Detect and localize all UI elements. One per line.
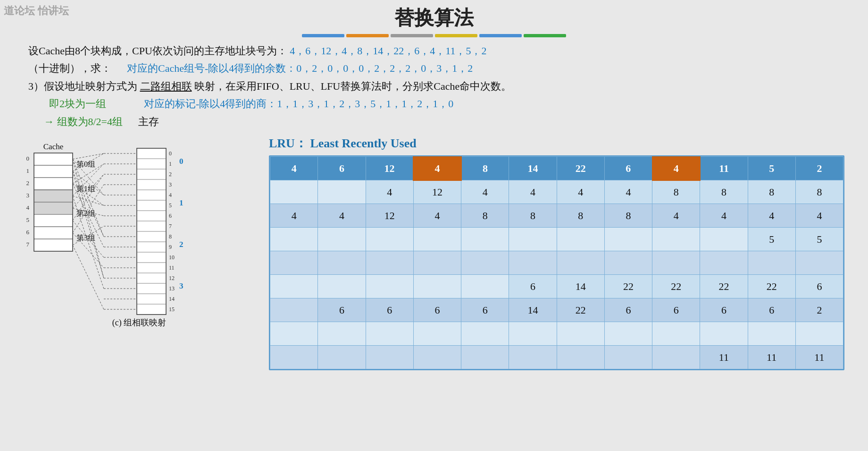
cell: 4: [318, 204, 366, 228]
svg-line-60: [73, 159, 104, 195]
table-row: [270, 251, 843, 275]
desc-line2-blue: 对应的Cache组号-除以4得到的余数：0，2，0，0，0，2，2，2，0，3，…: [127, 62, 473, 74]
cell: 2: [795, 298, 843, 322]
desc-line1-plain: 设Cache由8个块构成，CPU依次访问的主存地址块号为：: [28, 45, 290, 57]
svg-line-78: [73, 233, 104, 268]
table-row: 4 4 12 4 8 8 8 8 4 4 4 4: [270, 204, 843, 228]
svg-rect-22: [137, 148, 166, 315]
svg-text:0: 0: [26, 155, 30, 162]
cell: 6: [413, 298, 461, 322]
svg-line-59: [73, 153, 104, 171]
cell: [318, 251, 366, 275]
cell: [270, 322, 318, 346]
table-row: 6 14 22 22 22 22 6: [270, 275, 843, 298]
cell: 11: [700, 346, 748, 369]
cell: 6: [366, 298, 413, 322]
th-4h: 4: [413, 157, 461, 180]
th-6b: 6: [604, 157, 652, 180]
svg-line-74: [73, 208, 104, 216]
desc-line3-underline: 二路组相联: [140, 80, 192, 92]
cell: [795, 251, 843, 275]
svg-text:第0组: 第0组: [76, 160, 95, 168]
svg-line-73: [73, 174, 104, 221]
cell: [413, 251, 461, 275]
cell: [413, 322, 461, 346]
table-row: 5 5: [270, 228, 843, 251]
svg-text:11: 11: [169, 264, 175, 271]
cell: 4: [413, 204, 461, 228]
cell: [509, 346, 557, 369]
cell: [604, 322, 652, 346]
cell: 4: [461, 180, 509, 204]
cell: [509, 228, 557, 251]
cell: 6: [461, 298, 509, 322]
cell: 6: [700, 298, 748, 322]
cell: [557, 228, 604, 251]
th-14: 14: [509, 157, 557, 180]
cell: [318, 180, 366, 204]
table-row: [270, 322, 843, 346]
cell: [604, 346, 652, 369]
slide: 道论坛 怡讲坛 替换算法 设Cache由8个块构成，CPU依次访问的主存地址块号…: [0, 0, 868, 451]
color-bar: [391, 34, 433, 37]
svg-line-77: [73, 226, 104, 245]
desc-line3-cont: 映射，在采用FIFO、LRU、LFU替换算法时，分别求Cache命中次数。: [194, 80, 511, 92]
desc-line3-plain: 3）假设地址映射方式为: [28, 80, 137, 92]
color-bar: [524, 34, 566, 37]
cell: 4: [652, 204, 700, 228]
desc-line4: 即2块为一组 对应的标记-除以4得到的商：1，1，3，1，2，3，5，1，1，2…: [28, 95, 840, 112]
svg-line-64: [73, 159, 104, 278]
cell: [366, 346, 413, 369]
desc-line4-green: 即2块为一组: [28, 95, 106, 112]
cell: 8: [700, 180, 748, 204]
cell: [652, 251, 700, 275]
svg-text:3: 3: [179, 281, 184, 290]
svg-text:15: 15: [169, 306, 175, 313]
diagram-caption: (c) 组相联映射: [24, 317, 255, 333]
cell: [461, 228, 509, 251]
cell: 14: [557, 275, 604, 298]
th-6: 6: [318, 157, 366, 180]
svg-text:Cache: Cache: [43, 142, 63, 151]
cell: 14: [509, 298, 557, 322]
svg-line-63: [73, 171, 104, 237]
th-8: 8: [461, 157, 509, 180]
desc-line5-plain: 主存: [125, 116, 159, 128]
svg-text:10: 10: [169, 254, 175, 261]
cell: 6: [509, 275, 557, 298]
svg-text:8: 8: [169, 233, 172, 240]
svg-text:5: 5: [169, 202, 172, 209]
svg-text:13: 13: [169, 285, 175, 292]
svg-text:12: 12: [169, 275, 175, 281]
svg-line-68: [73, 184, 104, 205]
cell: 22: [557, 298, 604, 322]
cell: 5: [795, 228, 843, 251]
cell: 4: [700, 204, 748, 228]
svg-text:4: 4: [26, 204, 30, 211]
cell: [700, 322, 748, 346]
svg-text:7: 7: [169, 223, 172, 230]
svg-text:0: 0: [169, 150, 172, 157]
connection-lines: 0 1 2 3 4 5 6 7 第0组 第1组 第2组 第3组 Cache: [24, 135, 255, 343]
table-row: 4 12 4 4 4 4 8 8 8 8: [270, 180, 843, 204]
svg-line-65: [73, 171, 104, 278]
cell: [366, 275, 413, 298]
svg-text:6: 6: [169, 213, 172, 219]
color-bar: [346, 34, 389, 37]
table-header-row: 4 6 12 4 8 14 22 6 4 11 5 2: [270, 157, 843, 180]
cell: 8: [461, 204, 509, 228]
cell: [509, 322, 557, 346]
lru-table: 4 6 12 4 8 14 22 6 4 11 5 2: [270, 156, 843, 370]
cell: 4: [270, 204, 318, 228]
svg-line-67: [73, 164, 104, 196]
cell: [557, 322, 604, 346]
svg-text:0: 0: [179, 157, 184, 166]
svg-text:5: 5: [26, 216, 30, 223]
svg-line-61: [73, 171, 104, 195]
cell: 8: [795, 180, 843, 204]
cell: [413, 228, 461, 251]
cell: [700, 228, 748, 251]
cell: [557, 251, 604, 275]
cell: [509, 251, 557, 275]
svg-line-71: [73, 196, 104, 289]
